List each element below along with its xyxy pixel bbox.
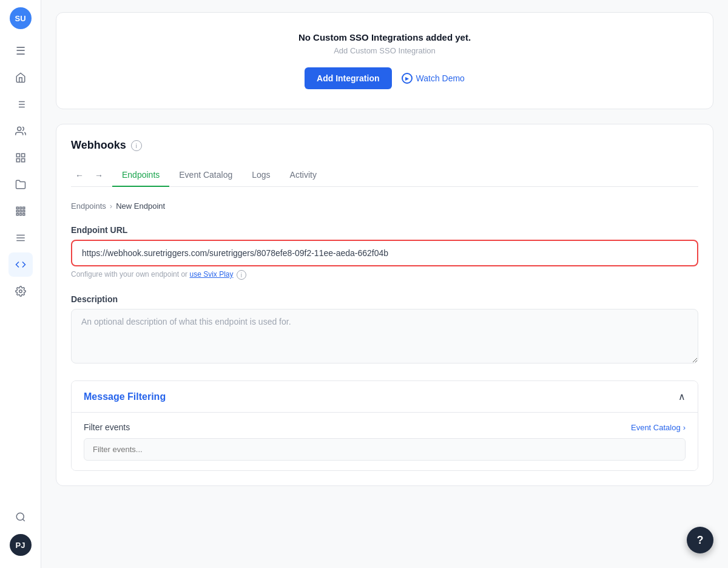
svg-point-23 [19, 290, 22, 293]
svg-rect-13 [22, 207, 24, 209]
settings-icon[interactable] [8, 279, 33, 303]
folder-icon[interactable] [8, 172, 33, 197]
filter-events-header: Filter events Event Catalog › [84, 422, 686, 432]
menu-icon[interactable]: ☰ [8, 39, 33, 63]
tab-forward-arrow[interactable]: → [90, 167, 107, 184]
svg-point-24 [16, 513, 24, 520]
tab-event-catalog[interactable]: Event Catalog [169, 164, 242, 187]
message-filtering-section: Message Filtering ∧ Filter events Event … [71, 380, 698, 471]
home-icon[interactable] [8, 66, 33, 90]
search-icon[interactable] [8, 505, 33, 529]
webhooks-card: Webhooks i ← → Endpoints Event Catalog L… [56, 124, 713, 486]
description-section: Description [71, 294, 698, 366]
svix-play-link[interactable]: use Svix Play [189, 270, 233, 279]
event-catalog-link[interactable]: Event Catalog › [631, 423, 686, 432]
code-icon[interactable] [8, 252, 33, 277]
add-integration-button[interactable]: Add Integration [305, 67, 391, 89]
svg-rect-15 [19, 211, 21, 212]
svg-rect-11 [16, 207, 18, 209]
apps-icon[interactable] [8, 199, 33, 223]
breadcrumb: Endpoints › New Endpoint [71, 201, 698, 211]
users-icon[interactable] [8, 119, 33, 143]
dashboard-icon[interactable] [8, 146, 33, 170]
help-button[interactable]: ? [687, 527, 713, 553]
endpoint-url-label: Endpoint URL [71, 225, 698, 235]
sidebar: SU ☰ PJ [0, 0, 41, 568]
menu2-icon[interactable] [8, 226, 33, 250]
tab-endpoints[interactable]: Endpoints [112, 164, 169, 187]
webhooks-info-icon[interactable]: i [131, 140, 142, 151]
filter-events-input[interactable] [84, 438, 686, 461]
endpoint-url-section: Endpoint URL Configure with your own end… [71, 225, 698, 280]
description-textarea[interactable] [71, 309, 698, 363]
webhooks-header: Webhooks i [71, 139, 698, 152]
chevron-right-icon: › [683, 423, 686, 432]
bottom-avatar[interactable]: PJ [10, 534, 32, 556]
svg-rect-18 [19, 214, 21, 215]
tab-logs[interactable]: Logs [242, 164, 280, 187]
svg-line-25 [22, 519, 24, 521]
svg-rect-19 [22, 214, 24, 215]
list-icon[interactable] [8, 92, 33, 117]
filter-events-label: Filter events [84, 422, 130, 432]
filtering-title: Message Filtering [84, 391, 166, 402]
sso-card: No Custom SSO Integrations added yet. Ad… [56, 12, 713, 109]
top-avatar[interactable]: SU [10, 7, 32, 29]
svg-rect-17 [16, 214, 18, 215]
sso-title: No Custom SSO Integrations added yet. [76, 32, 693, 42]
webhooks-title: Webhooks [71, 139, 126, 152]
tabs-container: ← → Endpoints Event Catalog Logs Activit… [71, 164, 698, 187]
filtering-header[interactable]: Message Filtering ∧ [72, 381, 698, 412]
svg-rect-8 [21, 154, 24, 157]
svg-rect-14 [16, 211, 18, 212]
main-content: No Custom SSO Integrations added yet. Ad… [41, 0, 728, 568]
hint-info-icon[interactable]: i [237, 270, 246, 280]
tab-back-arrow[interactable]: ← [71, 167, 88, 184]
svg-rect-9 [21, 159, 24, 162]
breadcrumb-separator: › [110, 201, 112, 211]
play-icon: ▶ [402, 73, 413, 84]
svg-point-6 [17, 127, 21, 130]
svg-rect-10 [16, 159, 19, 162]
sso-subtitle: Add Custom SSO Integration [76, 46, 693, 55]
filter-events-section: Filter events Event Catalog › [72, 412, 698, 470]
svg-rect-16 [22, 211, 24, 212]
endpoint-url-input[interactable] [71, 240, 698, 266]
chevron-up-icon: ∧ [678, 391, 686, 402]
endpoint-hint: Configure with your own endpoint or use … [71, 270, 698, 280]
tab-activity[interactable]: Activity [280, 164, 326, 187]
breadcrumb-new-endpoint: New Endpoint [116, 201, 165, 211]
breadcrumb-endpoints[interactable]: Endpoints [71, 201, 106, 211]
sso-actions: Add Integration ▶ Watch Demo [76, 67, 693, 89]
svg-rect-7 [16, 154, 19, 157]
description-label: Description [71, 294, 698, 304]
svg-rect-12 [19, 207, 21, 209]
watch-demo-button[interactable]: ▶ Watch Demo [402, 73, 465, 84]
tab-nav-arrows: ← → [71, 167, 107, 184]
